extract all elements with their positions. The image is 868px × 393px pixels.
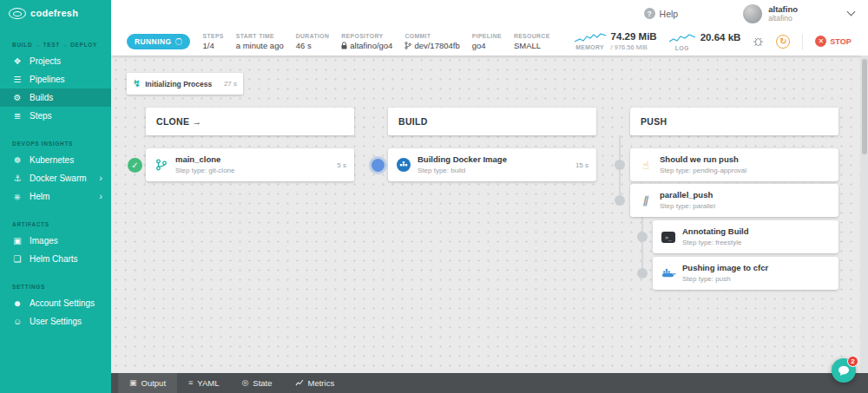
step-type: Step type: freestyle: [682, 239, 749, 246]
sidebar-item-label: Steps: [30, 111, 52, 121]
help-button[interactable]: ? Help: [644, 8, 679, 19]
sidebar-item-images[interactable]: ▣ Images: [0, 232, 111, 250]
step-title: Should we run push: [660, 155, 746, 164]
sidebar-item-label: User Settings: [30, 317, 82, 326]
tab-metrics[interactable]: Metrics: [284, 373, 346, 393]
sidebar-section-settings: SETTINGS ☻ Account Settings ☺ User Setti…: [0, 279, 111, 331]
stop-build-button[interactable]: ✕ STOP: [815, 36, 851, 47]
step-title: parallel_push: [660, 191, 715, 200]
step-card-parallel-push[interactable]: ∥ parallel_push Step type: parallel: [630, 184, 838, 217]
stop-icon: ✕: [815, 36, 826, 47]
docker-whale-icon: [661, 268, 676, 279]
chat-notification-badge: 2: [847, 356, 858, 367]
codefresh-app: codefresh BUILD → TEST → DEPLOY ❖ Projec…: [0, 0, 868, 393]
initializing-process-step[interactable]: ↯ Initializing Process 27 s: [127, 73, 243, 95]
step-title: Annotating Build: [682, 227, 749, 236]
tab-yaml[interactable]: ≡ YAML: [177, 373, 230, 393]
sidebar-item-label: Images: [30, 236, 58, 246]
stage-header-clone: CLONE →: [146, 108, 354, 135]
status-label: RUNNING: [135, 37, 171, 46]
field-start-time: START TIME a minute ago: [236, 33, 284, 50]
pipelines-icon: ☰: [12, 75, 23, 84]
restart-build-button[interactable]: ↻: [776, 35, 790, 49]
sidebar-section-devops-insights: DEVOPS INSIGHTS ☸ Kubernetes ⚓ Docker Sw…: [0, 136, 111, 206]
user-name: altafino: [768, 4, 798, 14]
sidebar-item-helm-charts[interactable]: ❏ Helm Charts: [0, 250, 111, 268]
tab-state[interactable]: ◎ State: [230, 373, 283, 393]
chat-widget-button[interactable]: 2: [832, 358, 856, 383]
parallel-icon: ∥: [637, 195, 655, 206]
debug-button[interactable]: [753, 36, 764, 47]
kubernetes-icon: ☸: [12, 155, 23, 165]
step-type: Step type: push: [682, 275, 768, 283]
sidebar-item-builds[interactable]: ⚙ Builds: [0, 88, 111, 107]
scrollbar-thumb[interactable]: [862, 59, 867, 154]
approval-hand-icon: ☝: [638, 160, 654, 171]
user-account: altafino: [768, 14, 798, 23]
sidebar-section-artifacts: ARTIFACTS ▣ Images ❏ Helm Charts: [0, 217, 111, 268]
sidebar-item-docker-swarm[interactable]: ⚓ Docker Swarm ›: [0, 169, 111, 187]
sidebar-item-label: Account Settings: [30, 298, 95, 308]
user-menu[interactable]: altafino altafino: [743, 4, 798, 23]
logo-text: codefresh: [30, 8, 78, 18]
step-title: Building Docker Image: [418, 155, 507, 164]
log-sparkline-icon: [669, 32, 695, 44]
builds-icon: ⚙: [12, 93, 23, 102]
sidebar-item-kubernetes[interactable]: ☸ Kubernetes: [0, 151, 111, 169]
step-card-pushing-image[interactable]: Pushing image to cfcr Step type: push: [653, 257, 838, 290]
sidebar-item-label: Helm: [30, 192, 49, 201]
terminal-icon: >_: [661, 232, 675, 243]
help-label: Help: [660, 9, 679, 19]
tab-output[interactable]: ▣ Output: [118, 373, 177, 393]
chevron-down-icon[interactable]: [847, 8, 856, 16]
sidebar-item-label: Helm Charts: [30, 254, 78, 264]
memory-value: 74.29 MiB: [611, 31, 657, 43]
docker-build-icon: [396, 158, 411, 172]
sidebar-item-label: Kubernetes: [30, 155, 74, 165]
sidebar-item-steps[interactable]: ≣ Steps: [0, 107, 111, 125]
step-card-should-we-run-push[interactable]: ☝ Should we run push Step type: pending-…: [630, 148, 838, 181]
running-status-badge[interactable]: RUNNING: [127, 34, 190, 49]
chat-bubble-icon: [838, 365, 850, 377]
help-icon: ?: [644, 8, 655, 19]
lock-icon: [341, 42, 347, 49]
sidebar-section-header: ARTIFACTS: [0, 217, 111, 232]
sidebar-item-helm[interactable]: ⎈ Helm ›: [0, 187, 111, 206]
avatar: [743, 4, 762, 23]
step-type: Step type: pending-approval: [660, 167, 746, 174]
memory-total: / 976.56 MiB: [611, 43, 657, 51]
commit-link[interactable]: dev/17804fb: [414, 41, 459, 50]
bug-icon: [753, 36, 764, 47]
field-resource: RESOURCE SMALL: [514, 33, 550, 50]
sidebar-item-pipelines[interactable]: ☰ Pipelines: [0, 70, 111, 88]
sidebar-item-label: Pipelines: [30, 75, 65, 84]
pipeline-link[interactable]: go4: [472, 41, 502, 50]
sidebar-item-account-settings[interactable]: ☻ Account Settings: [0, 294, 111, 312]
codefresh-logo[interactable]: codefresh: [0, 0, 111, 26]
step-title: main_clone: [175, 155, 234, 164]
sidebar-item-projects[interactable]: ❖ Projects: [0, 52, 111, 70]
sidebar-section-header: SETTINGS: [0, 279, 111, 294]
field-pipeline: PIPELINE go4: [472, 33, 502, 50]
vertical-scrollbar: [860, 56, 868, 373]
docker-swarm-icon: ⚓: [12, 174, 23, 183]
step-card-main-clone[interactable]: main_clone Step type: git-clone 5 s: [146, 148, 354, 181]
more-options-button[interactable]: ⋮: [864, 36, 868, 48]
chevron-right-icon: ›: [99, 174, 102, 183]
sidebar-item-user-settings[interactable]: ☺ User Settings: [0, 312, 111, 331]
memory-sparkline-icon: [575, 31, 606, 43]
sidebar-section-header: DEVOPS INSIGHTS: [0, 136, 111, 151]
step-status-pending-icon: [615, 195, 625, 206]
step-card-annotating-build[interactable]: >_ Annotating Build Step type: freestyle: [653, 220, 838, 253]
topbar: ? Help altafino altafino: [111, 0, 868, 27]
stage-header-push: PUSH: [630, 108, 838, 135]
step-status-running-icon: [372, 159, 385, 172]
step-card-building-docker-image[interactable]: Building Docker Image Step type: build 1…: [388, 148, 596, 181]
pipeline-canvas: ↯ Initializing Process 27 s CLONE → BUIL…: [111, 56, 868, 373]
step-status-pending-icon: [637, 268, 648, 278]
memory-metric: MEMORY 74.29 MiB / 976.56 MiB: [575, 31, 657, 50]
field-duration: DURATION 46 s: [296, 33, 330, 50]
user-settings-icon: ☺: [12, 317, 23, 326]
step-title: Pushing image to cfcr: [682, 264, 768, 272]
repository-link[interactable]: altafino/go4: [350, 41, 392, 50]
